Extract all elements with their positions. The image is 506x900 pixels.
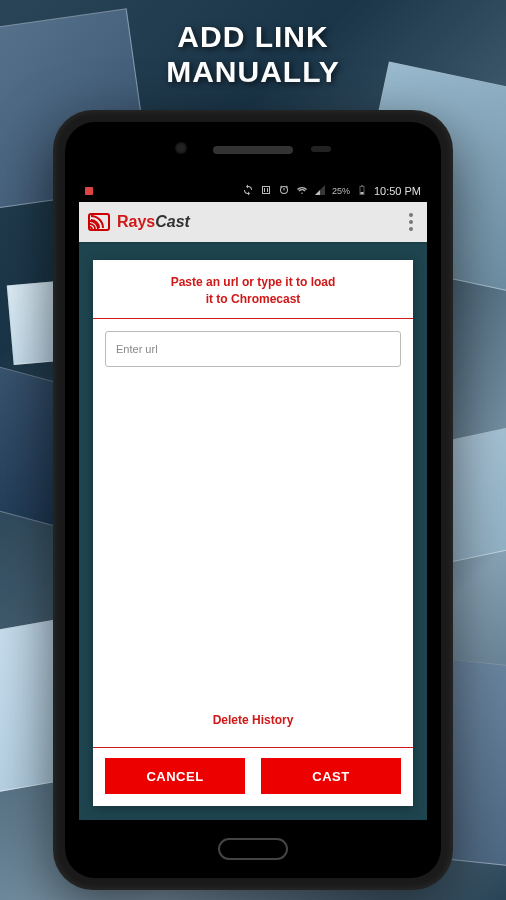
heading-line-1: ADD LINK [0, 20, 506, 55]
notification-icon [85, 187, 93, 195]
promo-heading: ADD LINK MANUALLY [0, 20, 506, 89]
url-input[interactable] [105, 331, 401, 367]
delete-history-link[interactable]: Delete History [105, 705, 401, 735]
phone-screen: 25% 10:50 PM RaysCast [79, 180, 427, 820]
battery-text: 25% [332, 186, 350, 196]
kebab-dot-icon [409, 220, 413, 224]
status-right: 25% 10:50 PM [242, 184, 421, 198]
app-title: RaysCast [117, 213, 190, 231]
dialog-title-line-2: it to Chromecast [113, 291, 393, 308]
status-time: 10:50 PM [374, 185, 421, 197]
alarm-icon [278, 184, 290, 198]
dialog-title-line-1: Paste an url or type it to load [113, 274, 393, 291]
phone-home-button [218, 838, 288, 860]
battery-icon [356, 184, 368, 198]
phone-sensors [311, 146, 331, 152]
kebab-dot-icon [409, 213, 413, 217]
add-url-dialog: Paste an url or type it to load it to Ch… [93, 260, 413, 806]
wifi-icon [296, 184, 308, 198]
overflow-menu-button[interactable] [403, 207, 419, 237]
cast-icon [87, 210, 111, 234]
app-title-part2: Cast [155, 213, 190, 230]
app-header: RaysCast [79, 202, 427, 242]
dialog-title: Paste an url or type it to load it to Ch… [93, 260, 413, 318]
app-title-part1: Rays [117, 213, 155, 230]
sync-icon [242, 184, 254, 198]
heading-line-2: MANUALLY [0, 55, 506, 90]
nfc-icon [260, 184, 272, 198]
cast-button[interactable]: CAST [261, 758, 401, 794]
status-left [85, 187, 93, 195]
cancel-button[interactable]: CANCEL [105, 758, 245, 794]
phone-inner: 25% 10:50 PM RaysCast [65, 122, 441, 878]
phone-frame: 25% 10:50 PM RaysCast [53, 110, 453, 890]
phone-earpiece [213, 146, 293, 154]
spacer [105, 367, 401, 705]
signal-icon [314, 184, 326, 198]
dialog-body: Delete History [93, 319, 413, 747]
android-status-bar: 25% 10:50 PM [79, 180, 427, 202]
phone-camera [175, 142, 187, 154]
dialog-buttons: CANCEL CAST [93, 748, 413, 806]
kebab-dot-icon [409, 227, 413, 231]
